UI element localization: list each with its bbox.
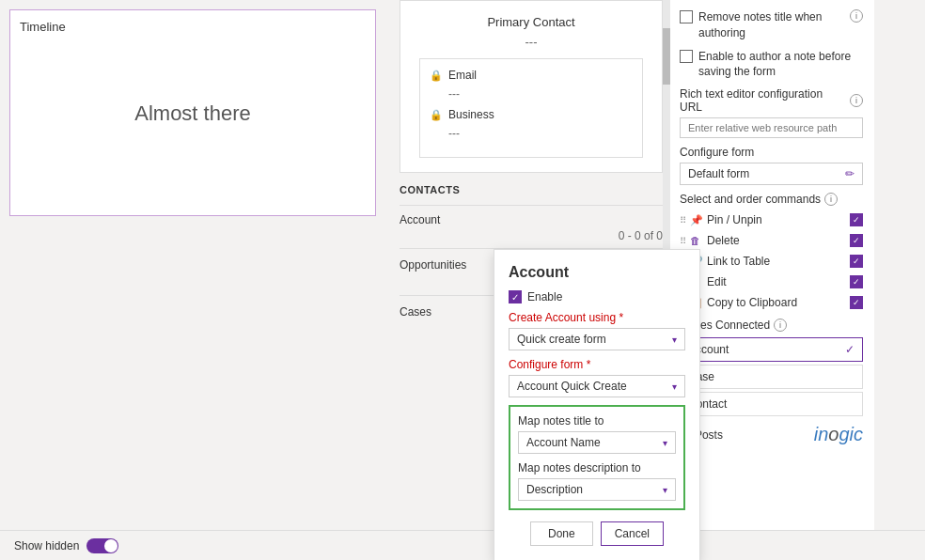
account-name-arrow-icon: ▾ (663, 438, 667, 448)
email-field-label: Email (448, 69, 477, 82)
pin-icon: 📌 (690, 214, 703, 226)
tables-connected-info-icon[interactable]: i (774, 319, 787, 332)
table-account-check: ✓ (845, 343, 854, 356)
description-text: Description (526, 483, 583, 496)
done-button[interactable]: Done (530, 521, 593, 546)
business-lock-icon: 🔒 (430, 109, 443, 121)
toggle-knob (104, 539, 118, 552)
remove-notes-row: Remove notes title when authoring i (680, 9, 863, 41)
cmd-link-label: Link to Table (707, 255, 846, 268)
account-quick-create-dropdown[interactable]: Account Quick Create ▾ (509, 375, 685, 397)
cmd-pin-label: Pin / Unpin (707, 213, 846, 226)
quick-create-arrow-icon: ▾ (672, 334, 677, 345)
remove-notes-info-icon[interactable]: i (850, 9, 863, 23)
account-quick-create-arrow-icon: ▾ (672, 381, 677, 392)
delete-icon: 🗑 (690, 235, 703, 246)
cmd-copy-checkbox[interactable] (850, 296, 863, 309)
select-order-label: Select and order commands i (680, 193, 863, 206)
cancel-button[interactable]: Cancel (601, 521, 664, 546)
drag-handle-pin[interactable]: ⠿ (680, 215, 686, 226)
business-dash: --- (448, 127, 633, 140)
contacts-count: 0 - 0 of 0 (619, 229, 663, 242)
create-account-label: Create Account using * (509, 311, 685, 324)
quick-create-text: Quick create form (517, 333, 606, 346)
command-edit: ⠿ ✏ Edit (680, 273, 863, 290)
business-field-label: Business (448, 108, 494, 121)
configure-form-field-label: Configure form * (509, 358, 685, 371)
timeline-label: Timeline (20, 20, 366, 34)
table-case[interactable]: Case (680, 365, 863, 389)
description-arrow-icon: ▾ (663, 485, 667, 495)
rte-info-icon[interactable]: i (850, 94, 863, 107)
remove-notes-label: Remove notes title when authoring (698, 9, 844, 41)
enable-author-checkbox[interactable] (680, 50, 693, 63)
command-copy-clipboard: ⠿ 📋 Copy to Clipboard (680, 294, 863, 311)
posts-row: ▼ Posts inogic (680, 424, 863, 445)
map-notes-title-label: Map notes title to (518, 414, 676, 428)
command-link-table: ⠿ 🔗 Link to Table (680, 253, 863, 270)
cmd-delete-label: Delete (707, 234, 846, 247)
account-name-dropdown[interactable]: Account Name ▾ (518, 431, 676, 454)
almost-there-text: Almost there (20, 34, 366, 194)
configure-form-label: Configure form (680, 146, 863, 159)
tables-connected-label: Tables Connected i (680, 319, 863, 332)
rte-url-input[interactable] (680, 117, 863, 138)
enable-checkbox[interactable] (509, 290, 522, 303)
enable-author-row: Enable to author a note before saving th… (680, 49, 863, 81)
table-account[interactable]: Account ✓ (680, 337, 863, 362)
map-notes-section: Map notes title to Account Name ▾ Map no… (509, 405, 685, 510)
contacts-header: CONTACTS (400, 180, 663, 199)
default-form-text: Default form (688, 167, 749, 180)
popup-title: Account (509, 264, 685, 281)
cmd-edit-checkbox[interactable] (850, 275, 863, 288)
account-quick-create-text: Account Quick Create (517, 380, 627, 393)
remove-notes-checkbox[interactable] (680, 10, 693, 23)
email-dash: --- (448, 87, 633, 101)
primary-contact-dash: --- (419, 35, 643, 49)
quick-create-dropdown[interactable]: Quick create form ▾ (509, 328, 685, 350)
cmd-copy-label: Copy to Clipboard (707, 296, 846, 309)
enable-author-label: Enable to author a note before saving th… (698, 49, 863, 81)
cmd-pin-checkbox[interactable] (850, 213, 863, 226)
select-order-info-icon[interactable]: i (824, 193, 838, 206)
commands-list: ⠿ 📌 Pin / Unpin ⠿ 🗑 Delete ⠿ 🔗 Link to T… (680, 211, 863, 311)
primary-contact-title: Primary Contact (419, 15, 643, 29)
default-form-row[interactable]: Default form ✏ (680, 163, 863, 185)
cmd-edit-label: Edit (707, 275, 846, 288)
edit-pencil-icon[interactable]: ✏ (845, 167, 854, 180)
contacts-account-label: Account (400, 211, 440, 228)
show-hidden-label: Show hidden (14, 539, 79, 552)
enable-row: Enable (509, 290, 685, 303)
inogic-logo: inogic (814, 424, 863, 445)
drag-handle-delete[interactable]: ⠿ (680, 236, 686, 246)
account-popup: Account Enable Create Account using * Qu… (494, 249, 700, 560)
show-hidden-toggle[interactable] (86, 538, 118, 553)
enable-label: Enable (527, 290, 562, 303)
command-pin-unpin: ⠿ 📌 Pin / Unpin (680, 211, 863, 228)
popup-actions: Done Cancel (509, 521, 685, 546)
email-lock-icon: 🔒 (430, 70, 443, 82)
primary-contact-card: Primary Contact --- 🔒 Email --- 🔒 Busine… (400, 0, 663, 173)
cmd-delete-checkbox[interactable] (850, 234, 863, 247)
account-name-text: Account Name (526, 436, 601, 449)
table-contact[interactable]: Contact (680, 392, 863, 416)
rte-label: Rich text editor configuration URL i (680, 87, 863, 114)
cmd-link-checkbox[interactable] (850, 255, 863, 268)
description-dropdown[interactable]: Description ▾ (518, 478, 676, 501)
map-notes-desc-label: Map notes description to (518, 461, 676, 474)
bottom-bar: Show hidden (0, 530, 925, 560)
command-delete: ⠿ 🗑 Delete (680, 232, 863, 249)
